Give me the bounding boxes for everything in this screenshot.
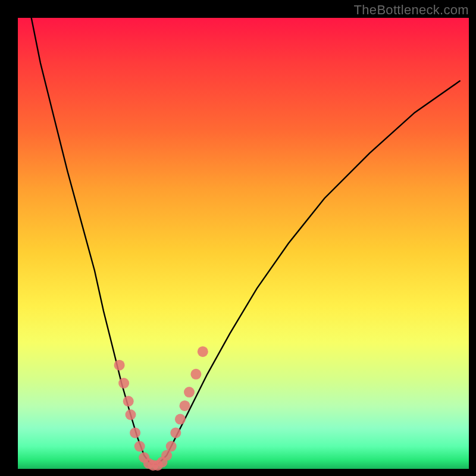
data-marker bbox=[118, 378, 129, 389]
data-marker bbox=[134, 441, 145, 452]
data-marker bbox=[170, 427, 181, 438]
data-marker bbox=[198, 346, 208, 357]
chart-frame: TheBottleneck.com bbox=[0, 0, 476, 476]
data-marker bbox=[123, 396, 134, 406]
data-marker bbox=[130, 427, 140, 438]
data-marker bbox=[114, 360, 125, 371]
chart-svg bbox=[18, 18, 469, 469]
bottleneck-curve bbox=[32, 18, 460, 464]
data-marker bbox=[180, 400, 190, 411]
plot-area bbox=[18, 18, 469, 469]
data-marker bbox=[175, 414, 186, 425]
data-marker bbox=[166, 441, 177, 452]
data-marker bbox=[184, 387, 195, 397]
watermark-text: TheBottleneck.com bbox=[354, 2, 469, 18]
data-marker bbox=[126, 409, 136, 420]
data-marker bbox=[190, 369, 201, 380]
